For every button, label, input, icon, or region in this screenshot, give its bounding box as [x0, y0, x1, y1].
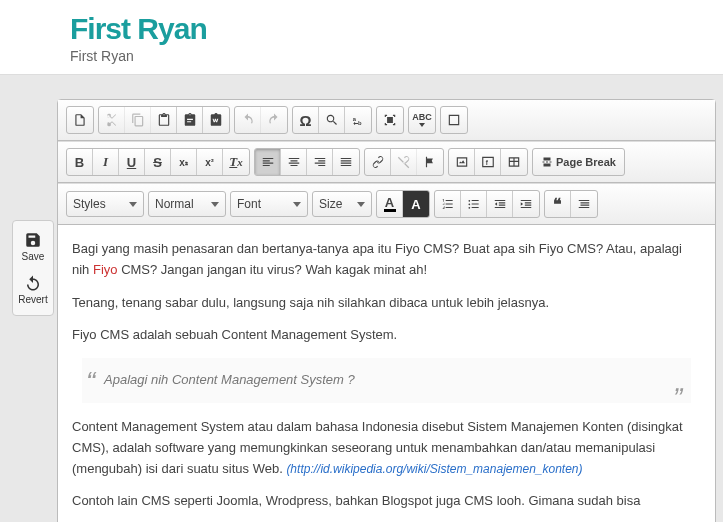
toolbar-row-1: Ω ab ABC	[58, 100, 715, 141]
underline-button[interactable]: U	[119, 149, 145, 175]
highlighted-text: Fiyo	[93, 262, 118, 277]
caret-icon	[357, 202, 365, 207]
format-label: Normal	[155, 197, 194, 211]
save-icon	[24, 231, 42, 249]
ul-icon	[467, 197, 481, 211]
copy-button[interactable]	[125, 107, 151, 133]
selectall-button[interactable]	[377, 107, 403, 133]
outdent-button[interactable]	[487, 191, 513, 217]
indent-button[interactable]	[513, 191, 539, 217]
paragraph: Tenang, tenang sabar dulu, langsung saja…	[72, 293, 701, 314]
source-button[interactable]	[67, 107, 93, 133]
link-icon	[371, 155, 385, 169]
toolbar-row-2: B I U S x₂ x² Tx f Page Break	[58, 141, 715, 183]
replace-icon: ab	[351, 113, 365, 127]
revert-button[interactable]: Revert	[13, 268, 53, 311]
paste-text-button[interactable]	[177, 107, 203, 133]
align-justify-icon	[339, 155, 353, 169]
flash-button[interactable]: f	[475, 149, 501, 175]
styles-dropdown[interactable]: Styles	[66, 191, 144, 217]
paragraph: Bagi yang masih penasaran dan bertanya-t…	[72, 239, 701, 281]
paste-icon	[157, 113, 171, 127]
save-button[interactable]: Save	[13, 225, 53, 268]
specialchar-button[interactable]: Ω	[293, 107, 319, 133]
paragraph: Contoh lain CMS seperti Joomla, Wrodpres…	[72, 491, 701, 512]
redo-button[interactable]	[261, 107, 287, 133]
align-right-button[interactable]	[307, 149, 333, 175]
wiki-link[interactable]: (http://id.wikipedia.org/wiki/Sistem_man…	[286, 462, 582, 476]
undo-icon	[241, 113, 255, 127]
paste-text-icon	[183, 113, 197, 127]
maximize-button[interactable]	[441, 107, 467, 133]
image-icon	[455, 155, 469, 169]
pagebreak-icon	[541, 155, 553, 169]
paragraph: Fiyo CMS adalah sebuah Content Managemen…	[72, 325, 701, 346]
revert-label: Revert	[18, 294, 47, 305]
site-title: First Ryan	[70, 12, 653, 46]
caret-icon	[293, 202, 301, 207]
replace-button[interactable]: ab	[345, 107, 371, 133]
format-dropdown[interactable]: Normal	[148, 191, 226, 217]
undo-button[interactable]	[235, 107, 261, 133]
cut-button[interactable]	[99, 107, 125, 133]
svg-text:a: a	[353, 116, 357, 122]
link-button[interactable]	[365, 149, 391, 175]
selectall-icon	[383, 113, 397, 127]
align-center-icon	[287, 155, 301, 169]
bulletlist-button[interactable]	[461, 191, 487, 217]
superscript-button[interactable]: x²	[197, 149, 223, 175]
cut-icon	[105, 113, 119, 127]
document-icon	[73, 113, 87, 127]
italic-button[interactable]: I	[93, 149, 119, 175]
svg-text:b: b	[358, 120, 362, 126]
strike-button[interactable]: S	[145, 149, 171, 175]
blockquote: Apalagi nih Content Management System ?	[82, 358, 691, 403]
indent-icon	[519, 197, 533, 211]
svg-text:f: f	[485, 159, 488, 166]
align-justify-button[interactable]	[333, 149, 359, 175]
bgcolor-button[interactable]: A	[403, 191, 429, 217]
flag-icon	[423, 155, 437, 169]
align-left-icon	[261, 155, 275, 169]
save-label: Save	[22, 251, 45, 262]
numberedlist-button[interactable]	[435, 191, 461, 217]
table-icon	[507, 155, 521, 169]
paste-word-button[interactable]	[203, 107, 229, 133]
editor-body[interactable]: Bagi yang masih penasaran dan bertanya-t…	[58, 225, 715, 522]
pagebreak-button[interactable]: Page Break	[533, 149, 624, 175]
anchor-button[interactable]	[417, 149, 443, 175]
unlink-button[interactable]	[391, 149, 417, 175]
caret-icon	[211, 202, 219, 207]
editor: Ω ab ABC B I U S x₂ x² Tx	[57, 99, 716, 522]
removeformat-button[interactable]: Tx	[223, 149, 249, 175]
copy-icon	[131, 113, 145, 127]
paragraph: Content Management System atau dalam bah…	[72, 417, 701, 479]
unlink-icon	[397, 155, 411, 169]
subscript-button[interactable]: x₂	[171, 149, 197, 175]
table-button[interactable]	[501, 149, 527, 175]
redo-icon	[267, 113, 281, 127]
font-dropdown[interactable]: Font	[230, 191, 308, 217]
search-icon	[325, 113, 339, 127]
align-right-icon	[313, 155, 327, 169]
div-button[interactable]	[571, 191, 597, 217]
revert-icon	[24, 274, 42, 292]
bold-button[interactable]: B	[67, 149, 93, 175]
textcolor-button[interactable]: A	[377, 191, 403, 217]
find-button[interactable]	[319, 107, 345, 133]
maximize-icon	[447, 113, 461, 127]
size-dropdown[interactable]: Size	[312, 191, 372, 217]
size-label: Size	[319, 197, 342, 211]
div-icon	[577, 197, 591, 211]
align-center-button[interactable]	[281, 149, 307, 175]
page-header: First Ryan First Ryan	[0, 0, 723, 75]
outdent-icon	[493, 197, 507, 211]
align-left-button[interactable]	[255, 149, 281, 175]
image-button[interactable]	[449, 149, 475, 175]
site-tagline: First Ryan	[70, 48, 653, 64]
blockquote-button[interactable]: ❝	[545, 191, 571, 217]
font-label: Font	[237, 197, 261, 211]
spellcheck-button[interactable]: ABC	[409, 107, 435, 133]
paste-button[interactable]	[151, 107, 177, 133]
action-sidebar: Save Revert	[12, 220, 54, 316]
